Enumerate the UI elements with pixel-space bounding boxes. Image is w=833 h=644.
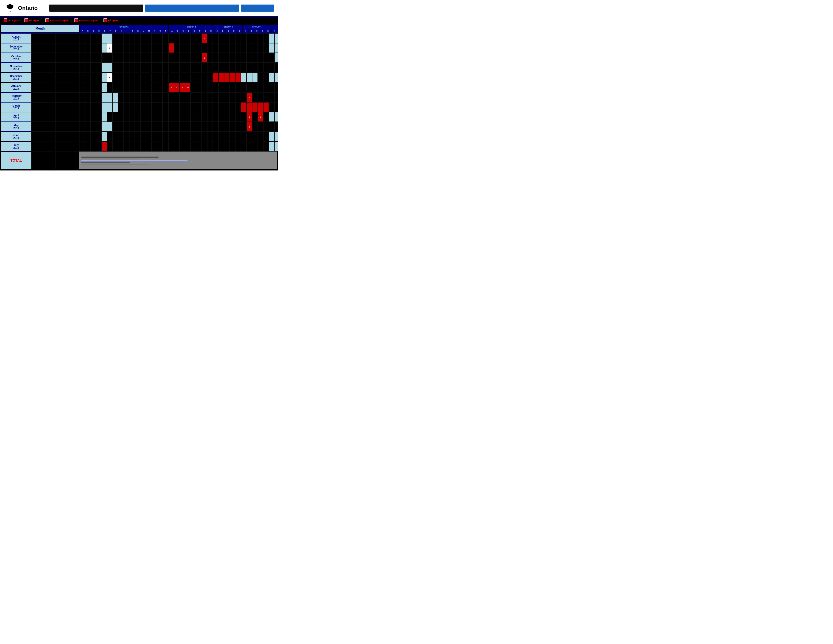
cell-aug-g1-14 xyxy=(151,33,157,43)
cell-aug-g4-3 xyxy=(252,33,258,43)
row-oct-2018: October2018 xyxy=(1,53,277,63)
row-label-feb: February2019 xyxy=(1,92,79,102)
page-container: Ontario ■ Legend ■ Legend ■ ——— Legend ■… xyxy=(0,0,278,171)
cell-aug-g2-3 xyxy=(180,33,185,43)
total-bar-3 xyxy=(81,160,188,161)
col-sub-2-5: E xyxy=(191,29,197,33)
col-group-2-subs: A B C D E F G H xyxy=(169,29,214,33)
col-sub-1-12: L xyxy=(141,29,146,33)
header-title-small xyxy=(241,5,274,11)
legend-item-3: ■ ——— Legend xyxy=(45,18,69,22)
col-sub-1-14: N xyxy=(152,29,157,33)
col-sub-1-13: M xyxy=(146,29,152,33)
row-label-nov: November2018 xyxy=(1,63,79,72)
cell-aug-g3-3 xyxy=(224,33,230,43)
total-label-area: TOTAL xyxy=(1,151,79,169)
col-group-3: GROUP 3 A B C D E xyxy=(214,24,242,33)
cell-aug-g1-3 xyxy=(90,33,96,43)
cell-aug-g4-1 xyxy=(241,33,247,43)
cell-sep-g1-9 xyxy=(124,43,129,53)
cell-sep-g1-1 xyxy=(79,43,85,53)
row-cells-may: d xyxy=(79,122,278,132)
legend-label-5: ■ Legend xyxy=(108,19,119,22)
row-sep-2018: September2018 6 xyxy=(1,43,277,53)
col-sub-4-1: A xyxy=(243,29,248,33)
col-group-4: GROUP 4 A B C D E xyxy=(243,24,271,33)
col-sub-1-11: K xyxy=(135,29,141,33)
total-bar-4 xyxy=(81,162,130,163)
cell-sep-g1-3 xyxy=(90,43,96,53)
col-sub-2-7: G xyxy=(203,29,208,33)
cell-sep-g1-4 xyxy=(96,43,101,53)
row-label-apr: April2019 xyxy=(1,112,79,122)
row-jan-2019: January2019 xyxy=(1,82,277,92)
cell-aug-g1-5 xyxy=(101,33,107,43)
col-sub-3-2: B xyxy=(220,29,225,33)
col-group-5-title: GROUP 5 xyxy=(271,25,278,29)
row-label-may: May2019 xyxy=(1,122,79,132)
cell-sep-g3-1 xyxy=(213,43,219,53)
cell-sep-g1-7 xyxy=(113,43,118,53)
cell-aug-g4-5 xyxy=(263,33,269,43)
cell-sep-g1-10 xyxy=(129,43,135,53)
cell-aug-g2-4 xyxy=(185,33,191,43)
cell-aug-g5-2 xyxy=(275,33,278,43)
row-label-oct: October2018 xyxy=(1,53,79,63)
col-group-2: GROUP 2 A B C D E F G H xyxy=(169,24,214,33)
row-feb-2019: February2019 xyxy=(1,92,277,102)
legend-box-5 xyxy=(103,18,107,22)
cell-aug-g4-4 xyxy=(258,33,263,43)
row-cells-jun xyxy=(79,132,278,142)
cell-aug-g2-7: d xyxy=(202,33,207,43)
row-cells-sep: 6 xyxy=(79,43,278,53)
cell-sep-g5-2 xyxy=(275,43,278,53)
col-sub-4-3: C xyxy=(254,29,259,33)
cell-sep-g4-1 xyxy=(241,43,247,53)
legend-item-4: ■ ——— Legend xyxy=(74,18,98,22)
cell-aug-g2-2 xyxy=(174,33,180,43)
cell-aug-g3-4 xyxy=(230,33,235,43)
col-group-2-title: GROUP 2 xyxy=(169,25,214,29)
col-sub-1-3: C xyxy=(91,29,96,33)
row-total: TOTAL xyxy=(1,151,277,169)
col-sub-2-6: F xyxy=(197,29,203,33)
legend-box-2 xyxy=(24,18,28,22)
legend-item-2: ■ Legend xyxy=(24,18,40,22)
col-sub-3-5: E xyxy=(236,29,242,33)
col-sub-1-9: I xyxy=(124,29,130,33)
row-label-jul: July2019 xyxy=(1,142,79,151)
legend-label-3: ■ ——— Legend xyxy=(50,19,69,22)
row-label-mar: March2019 xyxy=(1,102,79,112)
col-sub-2-1: A xyxy=(169,29,175,33)
row-cells-mar xyxy=(79,102,278,112)
legend-box-4 xyxy=(74,18,78,22)
legend-item-5: ■ Legend xyxy=(103,18,119,22)
col-sub-4-2: B xyxy=(248,29,254,33)
col-sub-1-5: E xyxy=(102,29,107,33)
cell-sep-g4-4 xyxy=(258,43,263,53)
cell-sep-g2-8 xyxy=(207,43,213,53)
cell-sep-g4-5 xyxy=(263,43,269,53)
col-group-4-title: GROUP 4 xyxy=(243,25,270,29)
cell-sep-g2-7 xyxy=(202,43,207,53)
cell-sep-g3-4 xyxy=(230,43,235,53)
row-jun-2019: June2019 xyxy=(1,132,277,142)
page-header: Ontario xyxy=(0,0,278,17)
cell-sep-g2-4 xyxy=(185,43,191,53)
row-cells-dec: 6 xyxy=(79,73,278,82)
col-sub-1-1: A xyxy=(79,29,85,33)
row-label-jun: June2019 xyxy=(1,132,79,142)
logo-area: Ontario xyxy=(4,3,49,14)
ontario-logo-icon xyxy=(4,3,16,14)
row-mar-2019: March2019 xyxy=(1,102,277,112)
row-label-august: August2018 xyxy=(1,33,79,43)
cell-aug-g3-1 xyxy=(213,33,219,43)
cell-aug-g1-1 xyxy=(79,33,85,43)
col-sub-3-1: A xyxy=(214,29,220,33)
header-title-blue xyxy=(145,5,239,11)
row-apr-2019: April2019 xyxy=(1,112,277,122)
cell-sep-g1-12 xyxy=(140,43,146,53)
logo-text: Ontario xyxy=(18,5,38,11)
col-group-4-subs: A B C D E xyxy=(243,29,270,33)
header-title-bar xyxy=(49,5,274,11)
